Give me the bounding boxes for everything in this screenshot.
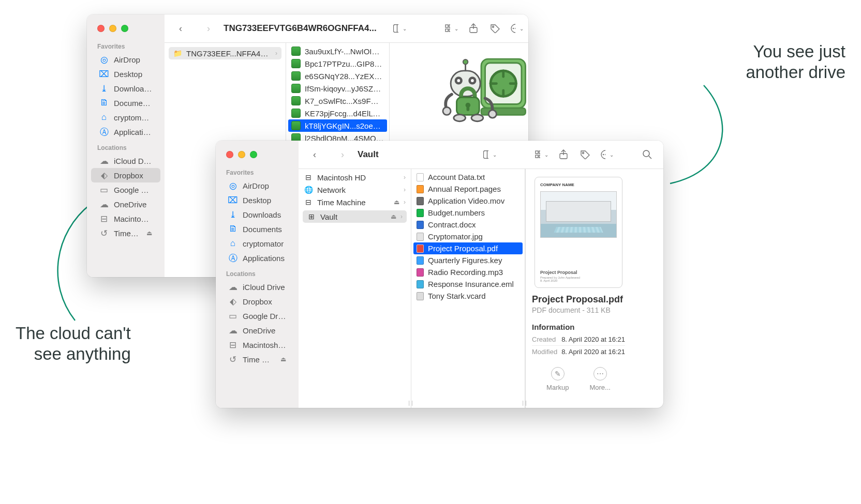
file-row[interactable]: Annual Report.pages: [411, 183, 525, 195]
traffic-lights[interactable]: [226, 151, 257, 158]
location-row-time-machine[interactable]: ⊟Time Machine⏏›: [299, 196, 411, 208]
sidebar-item-airdrop[interactable]: ◎AirDrop: [91, 52, 160, 67]
sidebar-item-dropbox[interactable]: ⬖Dropbox: [220, 294, 294, 309]
action-menu-button[interactable]: ⌄: [510, 23, 524, 34]
eject-icon[interactable]: ⏏: [394, 198, 399, 206]
sidebar-item-desktop[interactable]: ⌧Desktop: [220, 193, 294, 207]
view-columns-button[interactable]: ⌄: [393, 23, 407, 34]
tags-button[interactable]: [488, 23, 502, 34]
file-row[interactable]: Budget.numbers: [411, 207, 525, 219]
sidebar-item-downloads[interactable]: ⤓Downloads: [91, 81, 160, 96]
toolbar: ‹ › TNG733EEFVTG6B4WR6OGNFFA4... ⌄ ⌄: [165, 14, 528, 43]
sidebar-item-google-drive[interactable]: ▭Google Drive: [91, 182, 160, 197]
svg-point-32: [463, 59, 468, 65]
column-resize-handle[interactable]: ||: [406, 400, 417, 406]
tags-button[interactable]: [578, 149, 592, 160]
file-name: Bpc17PTPzu...GIP85o=.c9r: [305, 59, 384, 68]
nav-forward-button[interactable]: ›: [336, 149, 349, 160]
file-row[interactable]: Cryptomator.jpg: [411, 231, 525, 242]
preview-meta: PDF document - 311 KB: [532, 306, 625, 314]
share-button[interactable]: [467, 23, 480, 34]
zoom-dot[interactable]: [121, 25, 128, 32]
sidebar-item-cryptomator[interactable]: ⌂cryptomator: [220, 236, 294, 251]
minimize-dot[interactable]: [238, 151, 245, 158]
file-row[interactable]: Bpc17PTPzu...GIP85o=.c9r: [286, 57, 389, 70]
eject-icon[interactable]: ⏏: [280, 356, 286, 363]
sidebar-item-icloud-drive[interactable]: ☁iCloud Drive: [220, 280, 294, 294]
folder-icon: ▭: [99, 185, 109, 194]
sidebar-item-google-drive[interactable]: ▭Google Drive: [220, 309, 294, 323]
column-resize-handle[interactable]: ||: [520, 400, 530, 406]
nav-forward-button[interactable]: ›: [202, 23, 215, 34]
airdrop-icon: ◎: [228, 181, 237, 190]
sidebar-item-documents[interactable]: 🗎Documents: [220, 222, 294, 236]
file-icon: [417, 221, 424, 229]
file-row[interactable]: kT8ljYGKgIN...s2oew==.c9r: [288, 119, 387, 132]
file-row[interactable]: IfSm-kiqoyv...yJ6SZ0=.c9r: [286, 82, 389, 95]
sidebar-item-time-machine[interactable]: ↺Time Machine⏏: [220, 352, 294, 366]
sidebar-item-label: Documents: [114, 99, 152, 108]
file-row[interactable]: Application Video.mov: [411, 195, 525, 207]
file-icon: [417, 280, 424, 288]
file-row[interactable]: K7_oSwlFtc...Xs9Fw==.c9r: [286, 95, 389, 107]
sidebar-item-label: OneDrive: [243, 326, 286, 335]
close-dot[interactable]: [97, 25, 105, 32]
traffic-lights[interactable]: [97, 25, 128, 32]
sidebar-item-dropbox[interactable]: ⬖Dropbox: [91, 168, 160, 182]
sidebar-item-macintosh-hd[interactable]: ⊟Macintosh HD: [91, 211, 160, 226]
sidebar-item-airdrop[interactable]: ◎AirDrop: [220, 178, 294, 193]
file-row[interactable]: Account Data.txt: [411, 171, 525, 183]
file-row[interactable]: Project Proposal.pdf: [413, 242, 523, 254]
file-row[interactable]: Response Insurance.eml: [411, 278, 525, 290]
location-row-macintosh-hd[interactable]: ⊟Macintosh HD›: [299, 171, 411, 184]
file-row[interactable]: 3au9uxLfY-...NwIOIw=.c9r: [286, 45, 389, 57]
sidebar-item-downloads[interactable]: ⤓Downloads: [220, 207, 294, 222]
svg-rect-0: [393, 25, 398, 33]
file-row[interactable]: KE73pjFccg...d4ElLyY=.c9r: [286, 107, 389, 119]
sidebar-item-onedrive[interactable]: ☁OneDrive: [220, 323, 294, 338]
file-name: Contract.docx: [428, 220, 519, 229]
file-row[interactable]: Contract.docx: [411, 219, 525, 231]
preview-filename: Project Proposal.pdf: [532, 294, 625, 305]
eject-icon[interactable]: ⏏: [391, 213, 396, 220]
sidebar-item-time-machine[interactable]: ↺Time Machine⏏: [91, 226, 160, 240]
sidebar-item-documents[interactable]: 🗎Documents: [91, 96, 160, 110]
share-button[interactable]: [557, 149, 570, 160]
sidebar-item-desktop[interactable]: ⌧Desktop: [91, 67, 160, 81]
svg-rect-43: [536, 151, 538, 154]
search-button[interactable]: [641, 149, 654, 160]
sidebar-item-applications[interactable]: ⒶApplications: [91, 125, 160, 139]
sidebar-item-macintosh-hd[interactable]: ⊟Macintosh HD: [220, 338, 294, 352]
action-menu-button[interactable]: ⌄: [600, 149, 614, 160]
sidebar-item-onedrive[interactable]: ☁OneDrive: [91, 197, 160, 211]
file-name: Cryptomator.jpg: [428, 232, 519, 241]
location-row-network[interactable]: 🌐Network›: [299, 184, 411, 196]
location-row-vault[interactable]: ⊞Vault⏏›: [303, 210, 407, 223]
path-pill[interactable]: 📁 TNG733EEF...NFFA46DLO2 ›: [169, 47, 281, 59]
zoom-dot[interactable]: [250, 151, 257, 158]
group-by-button[interactable]: ⌄: [535, 149, 548, 160]
file-name: Project Proposal.pdf: [428, 244, 519, 253]
file-row[interactable]: Quarterly Figures.key: [411, 254, 525, 266]
file-row[interactable]: e6SGNqY28...YzEX2U=.c9r: [286, 70, 389, 82]
minimize-dot[interactable]: [109, 25, 116, 32]
eject-icon[interactable]: ⏏: [146, 230, 152, 237]
disk-icon: ⊟: [228, 340, 237, 349]
encrypted-file-icon: [291, 84, 301, 93]
file-row[interactable]: Tony Stark.vcard: [411, 290, 525, 302]
airdrop-icon: ◎: [99, 55, 109, 64]
close-dot[interactable]: [226, 151, 233, 158]
file-row[interactable]: Radio Recording.mp3: [411, 266, 525, 278]
sidebar-item-applications[interactable]: ⒶApplications: [220, 251, 294, 265]
group-by-button[interactable]: ⌄: [445, 23, 458, 34]
desktop-icon: ⌧: [228, 195, 237, 205]
more-button[interactable]: ⋯More...: [589, 367, 610, 391]
markup-button[interactable]: ✎Markup: [546, 367, 569, 391]
sidebar-item-icloud-drive[interactable]: ☁iCloud Drive: [91, 154, 160, 168]
nav-back-button[interactable]: ‹: [174, 23, 187, 34]
nav-back-button[interactable]: ‹: [308, 149, 321, 160]
view-columns-button[interactable]: ⌄: [483, 149, 497, 160]
file-icon: [417, 268, 424, 277]
location-label: Network: [317, 186, 399, 194]
sidebar-item-cryptomator[interactable]: ⌂cryptomator: [91, 110, 160, 125]
